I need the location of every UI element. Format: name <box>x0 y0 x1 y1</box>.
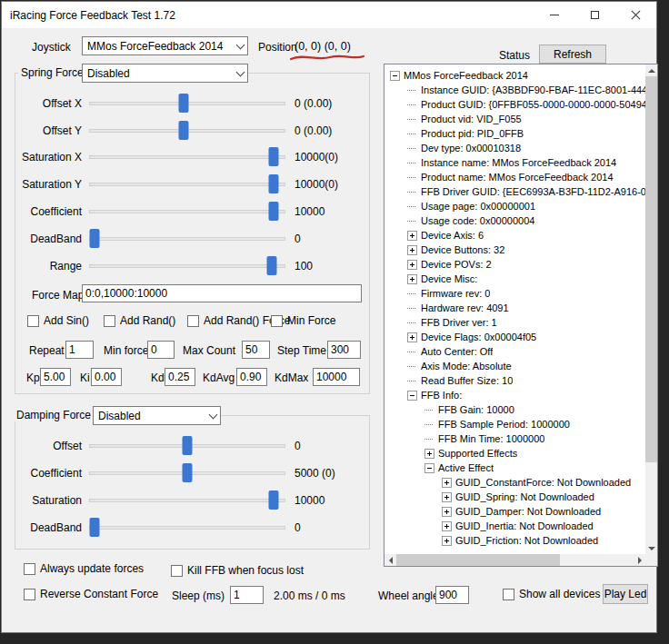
expand-icon[interactable] <box>442 492 452 502</box>
scroll-right-button[interactable] <box>634 554 645 566</box>
tree-item[interactable]: FFB Info: <box>384 388 645 402</box>
tree-item[interactable]: GUID_Damper: Not Downloaded <box>384 504 645 519</box>
collapse-icon[interactable] <box>407 391 417 401</box>
collapse-icon[interactable] <box>390 71 400 81</box>
scroll-up-button[interactable] <box>645 64 657 76</box>
close-button[interactable] <box>615 2 656 28</box>
tree-item[interactable]: FFB Gain: 10000 <box>384 402 645 417</box>
play-led-button[interactable]: Play Led <box>603 584 648 604</box>
show-all-devices-checkbox[interactable]: Show all devices <box>503 588 600 600</box>
tree-item[interactable]: Usage page: 0x00000001 <box>384 199 645 213</box>
slider-thumb[interactable] <box>90 229 100 248</box>
tree-item[interactable]: Active Effect <box>384 461 645 475</box>
tree-item[interactable]: Hardware rev: 4091 <box>384 301 645 315</box>
tree-item[interactable]: GUID_Friction: Not Downloaded <box>384 533 645 548</box>
spring-offset-y-slider[interactable] <box>89 121 285 141</box>
sleep-input[interactable] <box>230 586 264 604</box>
horizontal-scrollbar[interactable] <box>384 554 645 566</box>
slider-thumb[interactable] <box>178 94 188 113</box>
tree-item[interactable]: Instance name: MMos ForceFeedback 2014 <box>384 155 645 170</box>
tree-item[interactable]: Product vid: VID_F055 <box>384 112 645 126</box>
always-update-checkbox[interactable]: Always update forces <box>24 562 144 575</box>
expand-icon[interactable] <box>442 478 452 488</box>
device-tree[interactable]: MMos ForceFeedback 2014Instance GUID: {A… <box>384 64 645 554</box>
ki-input[interactable] <box>91 368 122 386</box>
collapse-icon[interactable] <box>424 463 434 473</box>
tree-item[interactable]: FFB Driver GUID: {EEC6993A-B3FD-11D2-A91… <box>384 184 645 199</box>
add-sin-checkbox[interactable]: Add Sin() <box>27 314 89 327</box>
tree-item[interactable]: GUID_ConstantForce: Not Downloaded <box>384 475 645 490</box>
spring-offset-x-slider[interactable] <box>89 94 285 114</box>
tree-item[interactable]: Instance GUID: {A3BBDF90-FBAF-11EC-8001-… <box>384 83 645 97</box>
tree-item[interactable]: FFB Sample Period: 1000000 <box>384 417 645 431</box>
expand-icon[interactable] <box>442 507 452 517</box>
tree-item[interactable]: Auto Center: Off <box>384 344 645 359</box>
tree-item[interactable]: Device Buttons: 32 <box>384 243 645 257</box>
titlebar[interactable]: iRacing Force Feedback Test 1.72 <box>2 2 656 28</box>
damping-mode-combobox[interactable]: Disabled <box>93 406 221 425</box>
tree-item[interactable]: Supported Effects <box>384 446 645 461</box>
tree-item[interactable]: Device POVs: 2 <box>384 257 645 272</box>
min-force-input[interactable] <box>147 341 175 359</box>
tree-item[interactable]: Device Flags: 0x00004f05 <box>384 330 645 344</box>
tree-item[interactable]: Dev type: 0x00010318 <box>384 141 645 155</box>
damping-saturation-slider[interactable] <box>89 490 285 510</box>
tree-item[interactable]: FFB Min Time: 1000000 <box>384 431 645 446</box>
vertical-scrollbar[interactable] <box>645 64 657 554</box>
expand-icon[interactable] <box>442 521 452 531</box>
maximize-button[interactable] <box>574 2 615 28</box>
slider-thumb[interactable] <box>183 463 193 482</box>
damping-coefficient-slider[interactable] <box>89 463 285 483</box>
min-force-checkbox[interactable]: Min Force <box>271 314 335 327</box>
max-count-input[interactable] <box>242 341 270 359</box>
expand-icon[interactable] <box>407 274 417 284</box>
spring-saturation-y-slider[interactable] <box>89 174 285 194</box>
slider-thumb[interactable] <box>269 147 279 166</box>
vertical-scrollbar-thumb[interactable] <box>645 76 657 462</box>
scroll-left-button[interactable] <box>384 554 396 566</box>
tree-item[interactable]: Product pid: PID_0FFB <box>384 126 645 141</box>
add-rand-checkbox[interactable]: Add Rand() <box>104 314 175 327</box>
tree-item[interactable]: GUID_Inertia: Not Downloaded <box>384 519 645 533</box>
horizontal-scrollbar-thumb[interactable] <box>396 554 560 566</box>
tree-item[interactable]: MMos ForceFeedback 2014 <box>384 68 645 83</box>
slider-thumb[interactable] <box>269 174 279 193</box>
tree-item[interactable]: FFB Driver ver: 1 <box>384 315 645 330</box>
damping-offset-slider[interactable] <box>89 436 285 456</box>
slider-thumb[interactable] <box>269 490 279 510</box>
spring-deadband-slider[interactable] <box>89 229 285 249</box>
expand-icon[interactable] <box>407 260 417 270</box>
tree-item[interactable]: Axis Mode: Absolute <box>384 359 645 373</box>
tree-item[interactable]: Device Misc: <box>384 272 645 286</box>
tree-item[interactable]: Read Buffer Size: 10 <box>384 373 645 388</box>
expand-icon[interactable] <box>407 245 417 255</box>
joystick-combobox[interactable]: MMos ForceFeedback 2014 <box>82 36 248 55</box>
refresh-button[interactable]: Refresh <box>539 45 606 64</box>
kdmax-input[interactable] <box>313 368 360 386</box>
kill-ffb-checkbox[interactable]: Kill FFB when focus lost <box>171 564 304 577</box>
slider-thumb[interactable] <box>269 202 279 221</box>
slider-thumb[interactable] <box>266 256 276 275</box>
tree-item[interactable]: Device Axis: 6 <box>384 228 645 243</box>
step-time-input[interactable] <box>327 341 361 359</box>
force-map-input[interactable] <box>82 284 362 302</box>
slider-thumb[interactable] <box>90 518 100 537</box>
tree-item[interactable]: Product GUID: {0FFBF055-0000-0000-0000-5… <box>384 97 645 112</box>
tree-item[interactable]: GUID_Spring: Not Downloaded <box>384 490 645 504</box>
expand-icon[interactable] <box>424 449 434 459</box>
expand-icon[interactable] <box>442 536 452 546</box>
expand-icon[interactable] <box>407 231 417 241</box>
tree-item[interactable]: Firmware rev: 0 <box>384 286 645 301</box>
slider-thumb[interactable] <box>178 121 188 140</box>
tree-item[interactable]: Usage code: 0x00000004 <box>384 213 645 228</box>
damping-deadband-slider[interactable] <box>89 518 285 538</box>
kp-input[interactable] <box>40 368 71 386</box>
spring-range-slider[interactable] <box>89 256 285 276</box>
slider-thumb[interactable] <box>183 436 193 455</box>
spring-saturation-x-slider[interactable] <box>89 147 285 167</box>
reverse-constant-checkbox[interactable]: Reverse Constant Force <box>24 588 158 600</box>
kd-input[interactable] <box>165 368 195 386</box>
wheel-angle-input[interactable] <box>435 586 469 604</box>
expand-icon[interactable] <box>407 332 417 342</box>
kdavg-input[interactable] <box>236 368 267 386</box>
